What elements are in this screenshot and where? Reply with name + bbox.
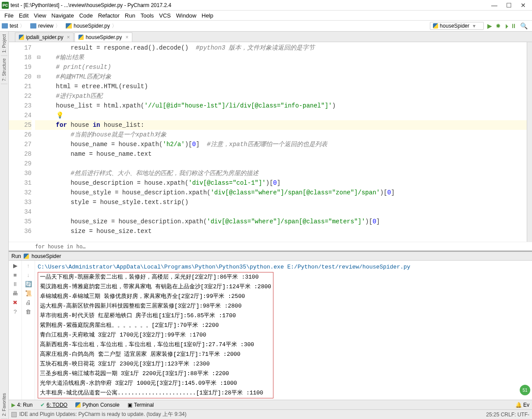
app-icon: PC [2, 2, 9, 9]
output-line: 三圣乡租房-锦江城市花园一期 3室1厅 2200元[3室1厅]:88平米 :22… [40, 369, 271, 379]
debug-button[interactable]: ✸ [496, 22, 501, 29]
menu-tools[interactable]: Tools [139, 12, 156, 19]
code-editor[interactable]: result = respone.read().decode() #python… [35, 42, 527, 242]
output-line: 大丰租房-城北优品道套一公寓.......................[1室… [40, 388, 271, 398]
code-breadcrumb[interactable]: for house in ho… [9, 242, 532, 251]
run-panel-title: Run [11, 253, 21, 259]
menu-view[interactable]: View [32, 12, 48, 19]
output-line: 蜀汉路租房-博雅庭韵套三出租，带家具家电 有钥匙在上品金沙[3室2厅]:124平… [40, 282, 271, 292]
close-button[interactable]: ✕ [516, 2, 530, 9]
output-line: 青白江租房-天府欧城 3室2厅 1700元[3室2厅]:99平米 :1700 [40, 330, 271, 340]
notification-badge[interactable]: 51 [520, 385, 530, 395]
python-console-tab[interactable]: Python Console [75, 402, 120, 408]
cursor-position: 25:25 CRLF: UTF- [486, 412, 529, 418]
run-config-selector[interactable]: houseSpider ▾ [430, 22, 484, 30]
run-panel: Run houseSpider ▶ ■ ⏸ 🖶 ✖ ? ↑ ↓ 🔄 📜 [9, 251, 532, 400]
close-tab-icon[interactable]: × [125, 34, 128, 40]
window-title: test - [E:\Python\test] - ...\review\hou… [11, 2, 171, 8]
python-file-icon [66, 23, 72, 29]
close-tab-icon[interactable]: × [67, 34, 70, 40]
status-message: IDE and Plugin Updates: PyCharm is ready… [19, 411, 187, 418]
output-line: 远大租房-高新区软件园新川科技园整租套三居家装修[3室2厅]:98平米 :280… [40, 301, 271, 311]
python-icon [19, 35, 24, 40]
maximize-button[interactable]: ☐ [502, 2, 516, 9]
print-button[interactable]: 🖨 [25, 299, 31, 306]
line-gutter: 1718192021222324252627282930313233343536 [9, 42, 35, 242]
menu-run[interactable]: Run [123, 12, 137, 19]
close-run-button[interactable]: ✖ [13, 299, 18, 306]
editor-tab[interactable]: ipdaili_spider.py× [15, 32, 74, 42]
status-icon [11, 412, 17, 417]
nav-toolbar: testreviewhouseSpider.py houseSpider ▾ ▶… [0, 20, 532, 32]
menu-refactor[interactable]: Refactor [96, 12, 121, 19]
down-icon[interactable]: ↓ [27, 272, 30, 278]
python-icon [24, 254, 29, 259]
output-line: 五块石租房-映日荷花 3室1厅 2300元[3室1厅]:123平米 :2300 [40, 359, 271, 369]
output-line: 草市街租房-时代天骄 红星桥地铁口 房子出租[1室1厅]:56.85平米 :17… [40, 311, 271, 321]
output-line: 卓锦城租房-卓锦城三期 装修优质好房，家具家电齐全[2室2厅]:99平米 :25… [40, 292, 271, 301]
menubar: FileEditViewNavigateCodeRefactorRunTools… [0, 11, 532, 20]
left-tool-gutter: 1: Project 7: Structure 2: Favorites [0, 32, 9, 419]
breadcrumb-item[interactable]: houseSpider.py [64, 21, 121, 30]
menu-navigate[interactable]: Navigate [50, 12, 75, 19]
run-panel-config: houseSpider [32, 253, 61, 259]
todo-tool-tab[interactable]: ✔6: TODO [40, 402, 67, 408]
stop-button[interactable]: ■ [14, 272, 17, 278]
console-output[interactable]: C:\Users\Administrator\AppData\Local\Pro… [35, 261, 532, 400]
run-button[interactable]: ▶ [487, 22, 492, 29]
menu-file[interactable]: File [3, 12, 15, 19]
up-icon[interactable]: ↑ [27, 262, 30, 269]
editor-tab[interactable]: houseSpider.py× [74, 32, 132, 42]
minimize-button[interactable]: — [487, 2, 502, 9]
chevron-down-icon: ▾ [473, 23, 475, 29]
output-line: 高家庄租房-白鸽岛尚 套二户型 适宜居家 居家装修[2室1厅]:71平米 :20… [40, 350, 271, 359]
dump-button[interactable]: 🖶 [12, 290, 18, 297]
menu-vcs[interactable]: VCS [157, 12, 173, 19]
breadcrumb-item[interactable]: test [0, 21, 28, 30]
command-line: C:\Users\Administrator\AppData\Local\Pro… [38, 262, 529, 272]
project-tool-tab[interactable]: 1: Project [1, 32, 7, 56]
search-icon[interactable]: 🔍 [520, 22, 528, 29]
help-button[interactable]: ? [14, 308, 17, 315]
scroll-end-button[interactable]: 📜 [25, 290, 32, 297]
event-log-tab[interactable]: 🔔 Ev [515, 402, 529, 408]
menu-code[interactable]: Code [78, 12, 95, 19]
error-stripe [527, 42, 532, 242]
terminal-tab[interactable]: ▣Terminal [128, 402, 154, 408]
structure-tool-tab[interactable]: 7: Structure [1, 56, 7, 84]
coverage-button[interactable]: ⏵⏸ [504, 22, 517, 29]
rerun-button[interactable]: ▶ [13, 262, 18, 269]
output-block: 一品天下租房-凯丽豪景套二出租，装修好，高楼层，采光好[2室2厅]:86平米 :… [38, 272, 273, 398]
editor-tabs: ipdaili_spider.py×houseSpider.py× [9, 32, 532, 42]
folder-icon [2, 23, 8, 29]
pause-button[interactable]: ⏸ [12, 281, 18, 287]
output-line: 高新西租房-车位出租，车位出租，车位出租，车位出租[1室0厅]:27.74平米 … [40, 340, 271, 350]
menu-edit[interactable]: Edit [17, 12, 30, 19]
statusbar: IDE and Plugin Updates: PyCharm is ready… [9, 409, 532, 419]
run-tool-tab[interactable]: ▶4: Run [11, 402, 32, 408]
run-config-label: houseSpider [440, 23, 469, 29]
output-line: 一品天下租房-凯丽豪景套二出租，装修好，高楼层，采光好[2室2厅]:86平米 :… [40, 272, 271, 282]
python-icon [433, 23, 438, 29]
soft-wrap-button[interactable]: 🔄 [25, 281, 32, 287]
folder-icon [30, 23, 36, 29]
titlebar: PC test - [E:\Python\test] - ...\review\… [0, 0, 532, 11]
breadcrumb-item[interactable]: review [28, 21, 64, 30]
favorites-tool-tab[interactable]: 2: Favorites [1, 390, 7, 419]
menu-help[interactable]: Help [200, 12, 215, 19]
clear-button[interactable]: 🗑 [25, 308, 31, 315]
menu-window[interactable]: Window [174, 12, 198, 19]
python-icon [78, 35, 84, 40]
output-line: 光华大道沿线租房-水韵华府 3室2厅 1000元[3室2厅]:145.09平米 … [40, 379, 271, 388]
bottom-tools: ▶4: Run ✔6: TODO Python Console ▣Termina… [9, 400, 532, 409]
output-line: 紫荆租房-紫薇庭院房屋出租。。。。。。。[2室1厅]:70平米 :2200 [40, 321, 271, 330]
